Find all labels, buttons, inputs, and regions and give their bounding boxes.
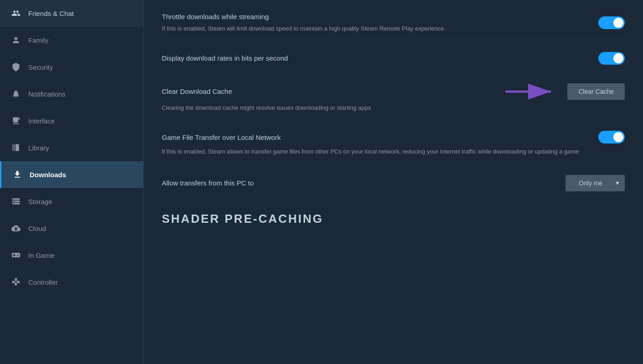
- controller-icon: [11, 277, 21, 287]
- allow-transfers-label: Allow transfers from this PC to: [162, 179, 566, 187]
- allow-transfers-dropdown[interactable]: Only me Friends Anyone: [566, 175, 625, 191]
- game-transfer-toggle[interactable]: [598, 131, 625, 144]
- setting-display-rates-row: Display download rates in bits per secon…: [162, 39, 625, 71]
- sidebar-item-ingame[interactable]: In Game: [0, 242, 143, 269]
- sidebar-item-security[interactable]: Security: [0, 54, 143, 81]
- library-icon: [11, 143, 21, 153]
- sidebar-item-interface[interactable]: Interface: [0, 108, 143, 134]
- sidebar-item-friends[interactable]: Friends & Chat: [0, 0, 143, 27]
- security-icon: [11, 62, 21, 72]
- clear-cache-button[interactable]: Clear Cache: [567, 83, 625, 100]
- sidebar-item-notifications-label: Notifications: [28, 90, 66, 98]
- clear-cache-label: Clear Download Cache: [162, 87, 232, 95]
- sidebar-item-library[interactable]: Library: [0, 134, 143, 161]
- sidebar-item-interface-label: Interface: [28, 117, 55, 125]
- ingame-icon: [11, 250, 21, 260]
- display-rates-label: Display download rates in bits per secon…: [162, 54, 580, 62]
- sidebar-item-family-label: Family: [28, 36, 48, 44]
- setting-game-transfer-row: Game File Transfer over Local Network If…: [162, 118, 625, 162]
- arrow-container: Clear Cache: [505, 83, 625, 100]
- throttle-label: Throttle downloads while streaming: [162, 13, 580, 21]
- setting-throttle-row: Throttle downloads while streaming If th…: [162, 0, 625, 39]
- sidebar-item-family[interactable]: Family: [0, 27, 143, 54]
- interface-icon: [11, 116, 21, 126]
- display-rates-slider: [598, 52, 625, 65]
- sidebar: Friends & Chat Family Security Notificat…: [0, 0, 144, 364]
- arrow-pointer-icon: [505, 83, 560, 100]
- throttle-slider: [598, 16, 625, 29]
- setting-allow-transfers-row: Allow transfers from this PC to Only me …: [162, 162, 625, 197]
- sidebar-item-security-label: Security: [28, 63, 53, 71]
- sidebar-item-friends-label: Friends & Chat: [28, 10, 74, 17]
- cloud-icon: [11, 223, 21, 233]
- sidebar-item-library-label: Library: [28, 144, 49, 152]
- sidebar-item-ingame-label: In Game: [28, 251, 55, 259]
- downloads-icon: [12, 169, 22, 179]
- sidebar-item-notifications[interactable]: Notifications: [0, 81, 143, 108]
- clear-cache-desc: Clearing the download cache might resolv…: [162, 100, 625, 113]
- game-transfer-label: Game File Transfer over Local Network: [162, 133, 281, 141]
- sidebar-item-storage-label: Storage: [28, 198, 52, 205]
- setting-clear-cache-row: Clear Download Cache Clear Cache Clearin…: [162, 71, 625, 118]
- family-icon: [11, 35, 21, 45]
- display-rates-toggle[interactable]: [598, 52, 625, 65]
- throttle-desc: If this is enabled, Steam will limit dow…: [162, 21, 580, 33]
- main-content: Throttle downloads while streaming If th…: [144, 0, 643, 364]
- shader-precaching-header: SHADER PRE-CACHING: [162, 197, 625, 231]
- sidebar-item-downloads-label: Downloads: [30, 171, 66, 179]
- game-transfer-desc: If this is enabled, Steam allows to tran…: [162, 144, 625, 156]
- game-transfer-slider: [598, 131, 625, 144]
- sidebar-item-cloud-label: Cloud: [28, 225, 46, 232]
- sidebar-item-downloads[interactable]: Downloads: [0, 161, 143, 188]
- sidebar-item-cloud[interactable]: Cloud: [0, 215, 143, 242]
- notifications-icon: [11, 89, 21, 99]
- throttle-toggle[interactable]: [598, 16, 625, 29]
- sidebar-item-controller-label: Controller: [28, 278, 58, 286]
- friends-icon: [11, 8, 21, 18]
- allow-transfers-dropdown-wrapper: Only me Friends Anyone ▼: [566, 175, 625, 191]
- sidebar-item-storage[interactable]: Storage: [0, 188, 143, 215]
- sidebar-item-controller[interactable]: Controller: [0, 269, 143, 296]
- storage-icon: [11, 196, 21, 206]
